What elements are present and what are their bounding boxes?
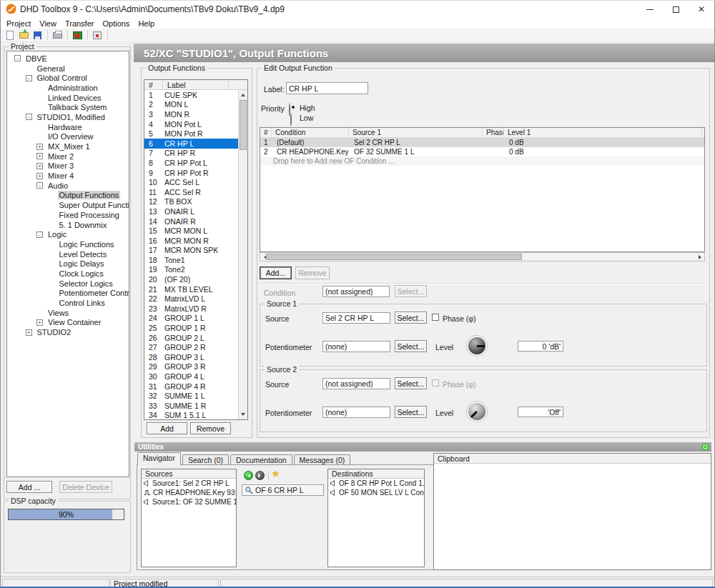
drop-hint-row[interactable]: Drop here to Add new OF Condition ... <box>260 156 704 166</box>
source2-phase-checkbox[interactable] <box>432 379 439 387</box>
scrollbar-thumb[interactable] <box>266 254 522 260</box>
tab-search[interactable]: Search (0) <box>182 454 229 465</box>
output-function-row-12[interactable]: 12TB BOX <box>144 197 238 207</box>
output-function-row-13[interactable]: 13ONAIR L <box>144 206 238 216</box>
condition-remove-button[interactable]: Remove <box>295 266 330 279</box>
source1-level-value[interactable]: 0 'dB' <box>518 341 563 352</box>
expand-toggle-icon[interactable]: + <box>26 329 32 336</box>
tree-item-dbve[interactable]: -DBVE <box>7 54 129 64</box>
scroll-down-button[interactable] <box>239 410 247 419</box>
output-function-row-1[interactable]: 1CUE SPK <box>144 90 238 100</box>
tree-item-mx-mixer-1[interactable]: +MX_Mixer 1 <box>7 141 129 151</box>
tree-item-potentiometer-control[interactable]: Potentiometer Control <box>7 289 129 299</box>
output-function-row-15[interactable]: 15MCR MON L <box>144 226 238 236</box>
source2-pot-input[interactable]: (none) <box>322 407 390 418</box>
expand-toggle-icon[interactable]: + <box>36 173 43 179</box>
output-function-row-9[interactable]: 9CR HP Pot R <box>144 168 238 178</box>
tab-documentation[interactable]: Documentation <box>230 454 292 465</box>
condition-add-button[interactable]: Add... <box>260 266 292 279</box>
output-function-row-17[interactable]: 17MCR MON SPK <box>144 246 238 256</box>
list-item[interactable]: CR HEADPHONE.Key 93: ... <box>142 488 236 497</box>
tree-item-talkback-system[interactable]: Talkback System <box>7 102 129 112</box>
tree-item-linked-devices[interactable]: Linked Devices <box>7 93 129 103</box>
tree-item-views[interactable]: Views <box>7 308 129 318</box>
output-function-row-24[interactable]: 24GROUP 1 L <box>144 314 238 324</box>
condition-row-1[interactable]: 1(Default)Sel 2 CR HP L0 dB <box>260 138 704 147</box>
tree-item-mixer-3[interactable]: +Mixer 3 <box>7 161 129 171</box>
navigator-forward-button[interactable] <box>255 471 265 480</box>
utilities-expand-icon[interactable] <box>702 444 709 450</box>
condition-row-2[interactable]: 2CR HEADPHONE.Key 93: PGM ...OF 32 SUMME… <box>260 147 704 156</box>
output-function-row-20[interactable]: 20(OF 20) <box>144 274 238 284</box>
column-header-condition[interactable]: Condition <box>272 128 349 137</box>
source1-pot-select-button[interactable]: Select... <box>395 340 427 352</box>
column-header-source2-partial[interactable]: S <box>702 128 705 137</box>
source1-level-knob[interactable] <box>466 335 488 357</box>
output-function-row-29[interactable]: 29GROUP 3 R <box>144 362 238 372</box>
tree-item-general[interactable]: General <box>7 64 129 74</box>
tab-navigator[interactable]: Navigator <box>137 452 181 465</box>
column-header-source1[interactable]: Source 1 <box>349 128 483 137</box>
print-button[interactable] <box>51 29 64 41</box>
tree-item-mixer-2[interactable]: +Mixer 2 <box>7 151 129 161</box>
label-input[interactable]: CR HP L <box>286 82 368 94</box>
tree-item-logic[interactable]: -Logic <box>7 229 129 239</box>
tree-item-5-1-downmix[interactable]: 5. 1 Downmix <box>7 220 129 230</box>
source1-pot-input[interactable]: (none) <box>322 341 390 352</box>
tree-item-studio1-modified[interactable]: -STUDIO1, Modified <box>7 112 129 122</box>
output-function-row-22[interactable]: 22MatrixLVD L <box>144 294 238 304</box>
source2-select-button[interactable]: Select... <box>395 377 427 389</box>
navigator-back-button[interactable] <box>244 471 253 480</box>
source2-source-input[interactable]: (not assigned) <box>322 378 390 389</box>
title-bar[interactable]: DHD Toolbox 9 - C:\Users\Admin\Documents… <box>1 1 715 18</box>
column-header-number[interactable]: # <box>260 128 272 137</box>
maximize-button[interactable] <box>663 1 689 18</box>
menu-project[interactable]: Project <box>2 19 35 28</box>
collapse-toggle-icon[interactable]: - <box>26 75 32 81</box>
collapse-toggle-icon[interactable]: - <box>14 55 21 61</box>
favorite-star-icon[interactable]: ★ <box>272 469 280 479</box>
output-function-row-2[interactable]: 2MON L <box>144 100 238 110</box>
expand-toggle-icon[interactable]: + <box>36 153 43 159</box>
tree-item-mixer-4[interactable]: +Mixer 4 <box>7 171 129 181</box>
column-header-level1[interactable]: Level 1 <box>504 128 702 137</box>
conditions-hscrollbar[interactable] <box>260 252 705 261</box>
output-function-row-8[interactable]: 8CR HP Pot L <box>144 158 238 168</box>
output-function-row-26[interactable]: 26GROUP 2 L <box>144 333 238 343</box>
tree-item-global-control[interactable]: -Global Control <box>7 73 129 83</box>
output-function-row-16[interactable]: 16MCR MON R <box>144 236 238 246</box>
menu-transfer[interactable]: Transfer <box>61 19 99 28</box>
output-function-row-32[interactable]: 32SUMME 1 L <box>144 391 238 401</box>
condition-select-button[interactable]: Select... <box>395 285 427 297</box>
output-function-row-14[interactable]: 14ONAIR R <box>144 216 238 226</box>
list-item[interactable]: Source1: Sel 2 CR HP L <box>142 479 236 488</box>
output-function-row-19[interactable]: 19Tone2 <box>144 265 238 275</box>
output-function-row-7[interactable]: 7CR HP R <box>144 149 238 159</box>
output-function-row-18[interactable]: 18Tone1 <box>144 255 238 265</box>
collapse-toggle-icon[interactable]: - <box>36 231 43 238</box>
tree-item-studio2[interactable]: +STUDIO2 <box>7 327 129 337</box>
open-project-button[interactable] <box>17 29 30 41</box>
column-header-number[interactable]: # <box>144 80 163 89</box>
output-function-row-11[interactable]: 11ACC Sel R <box>144 187 238 197</box>
output-function-row-30[interactable]: 30GROUP 4 L <box>144 372 238 382</box>
output-function-row-23[interactable]: 23MatrixLVD R <box>144 304 238 314</box>
options-button[interactable] <box>91 29 104 41</box>
collapse-toggle-icon[interactable]: - <box>26 114 32 120</box>
tree-item-i-o-overview[interactable]: I/O Overview <box>7 132 129 142</box>
tree-item-level-detects[interactable]: Level Detects <box>7 249 129 259</box>
expand-toggle-icon[interactable]: + <box>36 144 43 150</box>
tree-item-fixed-processing[interactable]: Fixed Processing <box>7 210 129 220</box>
list-item[interactable]: OF 50 MON SEL LV L Cond... <box>328 488 424 497</box>
tree-item-audio[interactable]: -Audio <box>7 181 129 191</box>
condition-value-input[interactable]: (not assigned) <box>322 286 390 297</box>
tree-item-selector-logics[interactable]: Selector Logics <box>7 279 129 289</box>
list-item[interactable]: Source1: OF 32 SUMME 1 L <box>142 497 236 507</box>
tree-item-logic-delays[interactable]: Logic Delays <box>7 259 129 269</box>
output-functions-scrollbar[interactable] <box>238 90 247 419</box>
menu-help[interactable]: Help <box>134 19 159 28</box>
output-function-row-6[interactable]: 6CR HP L <box>144 139 238 149</box>
menu-view[interactable]: View <box>35 19 61 28</box>
tree-item-output-functions[interactable]: Output Functions <box>7 191 129 201</box>
transfer-button[interactable] <box>71 29 84 41</box>
